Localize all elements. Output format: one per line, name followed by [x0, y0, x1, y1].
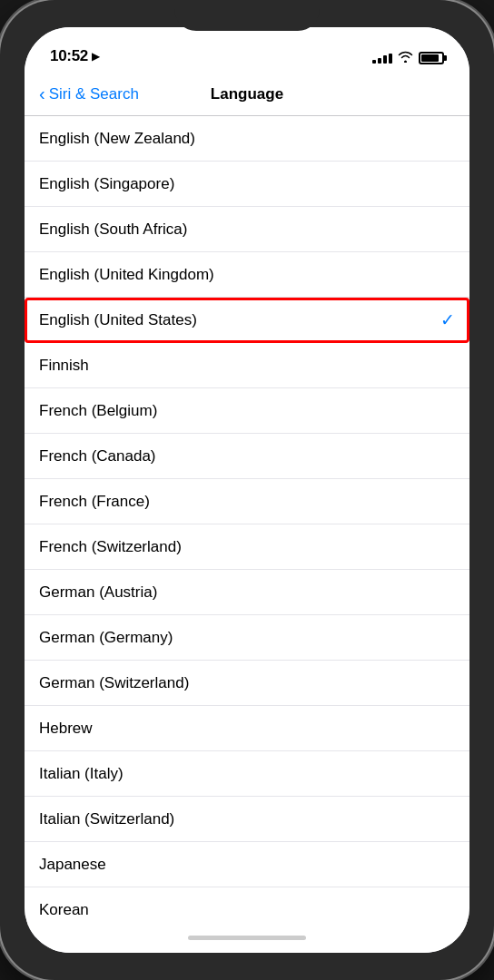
list-item[interactable]: English (United States)✓ [25, 298, 469, 343]
phone-screen: 10:52 ▶ [25, 27, 469, 953]
list-item[interactable]: German (Switzerland) [25, 661, 469, 706]
status-time: 10:52 [50, 47, 88, 65]
list-item[interactable]: Korean [25, 887, 469, 922]
signal-bars [372, 54, 392, 64]
language-label: German (Austria) [39, 583, 157, 602]
list-item[interactable]: English (South Africa) [25, 207, 469, 252]
list-item[interactable]: Japanese [25, 842, 469, 887]
language-label: French (France) [39, 493, 150, 511]
signal-bar-2 [378, 58, 381, 64]
home-bar [188, 936, 306, 940]
phone-shell: 10:52 ▶ [0, 0, 494, 980]
language-label: Hebrew [39, 720, 93, 738]
language-label: Italian (Italy) [39, 765, 124, 783]
list-item[interactable]: Italian (Italy) [25, 751, 469, 797]
language-label: French (Switzerland) [39, 538, 182, 556]
list-item[interactable]: English (New Zealand) [25, 116, 469, 162]
location-icon: ▶ [92, 50, 100, 63]
wifi-icon [398, 51, 413, 65]
back-chevron-icon: ‹ [39, 84, 45, 103]
list-item[interactable]: German (Austria) [25, 570, 469, 615]
language-label: Italian (Switzerland) [39, 810, 174, 828]
list-item[interactable]: French (France) [25, 479, 469, 524]
list-item[interactable]: Hebrew [25, 706, 469, 751]
list-item[interactable]: Finnish [25, 343, 469, 388]
back-button[interactable]: ‹ Siri & Search [39, 85, 139, 103]
back-label: Siri & Search [49, 85, 139, 103]
signal-bar-4 [389, 54, 392, 64]
language-label: Japanese [39, 856, 106, 874]
signal-bar-3 [383, 55, 387, 64]
list-item[interactable]: English (United Kingdom) [25, 252, 469, 298]
home-indicator [25, 922, 469, 953]
list-item[interactable]: French (Belgium) [25, 388, 469, 434]
language-label: Finnish [39, 357, 89, 375]
checkmark-icon: ✓ [440, 309, 455, 330]
notch [174, 0, 320, 31]
list-item[interactable]: English (Singapore) [25, 162, 469, 207]
list-item[interactable]: French (Switzerland) [25, 524, 469, 570]
language-label: German (Switzerland) [39, 674, 189, 692]
language-label: French (Belgium) [39, 402, 157, 420]
language-label: English (Singapore) [39, 175, 174, 193]
language-label: English (New Zealand) [39, 130, 195, 148]
language-label: English (United States) [39, 311, 197, 329]
battery-fill [421, 54, 439, 62]
language-label: German (Germany) [39, 629, 173, 647]
status-icons [372, 51, 444, 65]
language-label: English (South Africa) [39, 220, 187, 239]
battery-icon [419, 52, 444, 64]
page-title: Language [211, 85, 283, 103]
language-label: French (Canada) [39, 447, 156, 466]
nav-header: ‹ Siri & Search Language [25, 73, 469, 116]
language-label: Korean [39, 901, 89, 919]
signal-bar-1 [372, 60, 376, 64]
list-item[interactable]: German (Germany) [25, 615, 469, 661]
language-list[interactable]: English (New Zealand)English (Singapore)… [25, 116, 469, 922]
language-list-section: English (New Zealand)English (Singapore)… [25, 116, 469, 922]
language-label: English (United Kingdom) [39, 266, 214, 284]
list-item[interactable]: French (Canada) [25, 434, 469, 479]
list-item[interactable]: Italian (Switzerland) [25, 797, 469, 842]
status-bar: 10:52 ▶ [25, 27, 469, 73]
